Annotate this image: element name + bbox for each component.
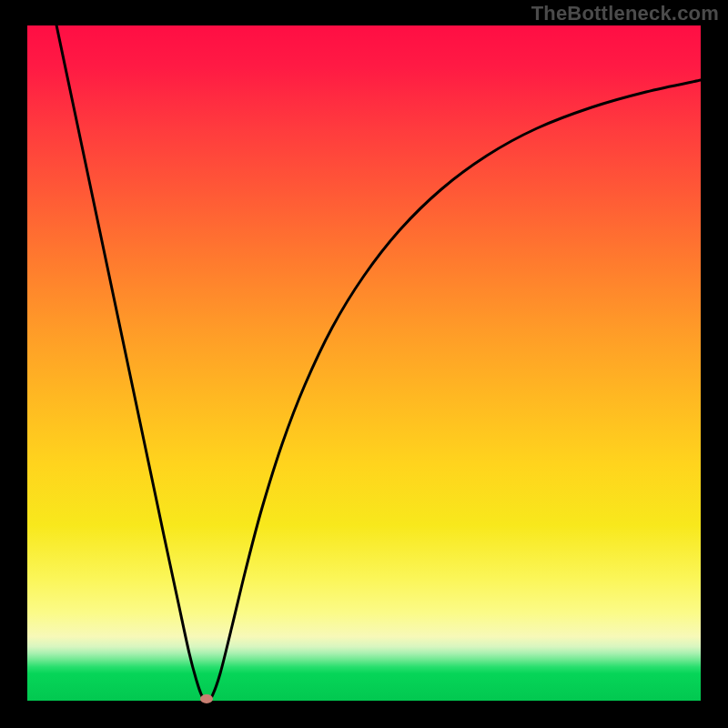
curve-svg	[27, 25, 701, 701]
bottleneck-curve-path	[55, 25, 701, 701]
plot-area	[27, 25, 701, 701]
chart-frame: TheBottleneck.com	[0, 0, 728, 728]
watermark-text: TheBottleneck.com	[531, 2, 719, 25]
minimum-marker	[200, 694, 213, 703]
